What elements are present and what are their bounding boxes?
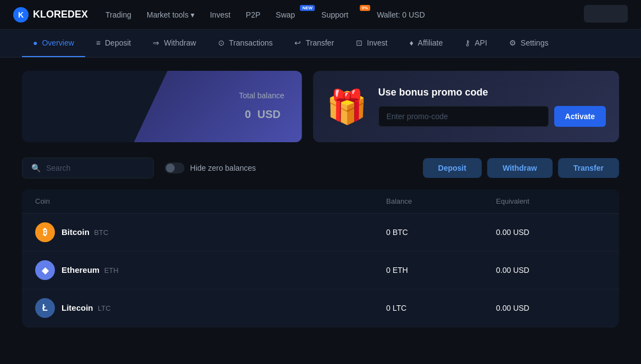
swap-badge: NEW	[300, 5, 315, 11]
tab-transfer[interactable]: ↩ Transfer	[283, 30, 345, 57]
balance-content: Total balance 0 USD	[221, 78, 302, 135]
invest-icon: ⊡	[356, 38, 363, 47]
settings-icon: ⚙	[509, 38, 516, 47]
transfer-icon: ↩	[294, 38, 301, 47]
promo-input[interactable]	[378, 106, 549, 127]
table-row[interactable]: Ł Litecoin LTC 0 LTC 0.00 USD	[22, 289, 619, 327]
promo-input-row: Activate	[378, 106, 606, 127]
table-row[interactable]: ◆ Ethereum ETH 0 ETH 0.00 USD	[22, 251, 619, 289]
btc-balance: 0 BTC	[386, 228, 496, 237]
nav-item-market-tools[interactable]: Market tools ▾	[147, 2, 194, 28]
balance-card: Total balance 0 USD	[22, 71, 302, 142]
search-icon: 🔍	[31, 164, 41, 172]
tab-deposit[interactable]: ≡ Deposit	[85, 30, 142, 57]
promo-title: Use bonus promo code	[378, 87, 606, 98]
nav-item-invest[interactable]: Invest	[210, 2, 230, 28]
tab-affiliate[interactable]: ♦ Affiliate	[398, 30, 454, 57]
toggle-knob	[166, 164, 175, 172]
toggle-label: Hide zero balances	[190, 164, 256, 172]
eth-balance: 0 ETH	[386, 266, 496, 275]
search-input[interactable]	[46, 164, 144, 172]
balance-value: 0	[245, 108, 251, 120]
table-row[interactable]: ₿ Bitcoin BTC 0 BTC 0.00 USD	[22, 214, 619, 251]
logo[interactable]: K KLOREDEX	[13, 7, 88, 23]
navbar: K KLOREDEX Trading Market tools ▾ Invest…	[0, 0, 641, 30]
theme-toggle-button[interactable]	[584, 5, 628, 23]
table-header: Coin Balance Equivalent	[22, 189, 619, 214]
nav-item-support[interactable]: Support 0%	[321, 2, 361, 28]
filters-row: 🔍 Hide zero balances Deposit Withdraw Tr…	[22, 158, 619, 178]
promo-content: Use bonus promo code Activate	[378, 87, 606, 127]
tab-settings[interactable]: ⚙ Settings	[498, 30, 560, 57]
btc-equivalent: 0.00 USD	[496, 228, 606, 237]
nav-item-wallet[interactable]: Wallet: 0 USD	[377, 2, 425, 28]
withdraw-button[interactable]: Withdraw	[487, 158, 553, 178]
eth-equivalent: 0.00 USD	[496, 266, 606, 275]
nav-items: Trading Market tools ▾ Invest P2P Swap N…	[105, 2, 566, 28]
tab-api[interactable]: ⚷ API	[454, 30, 498, 57]
api-icon: ⚷	[465, 38, 470, 47]
nav-item-swap[interactable]: Swap NEW	[276, 2, 306, 28]
gift-icon: 🎁	[326, 87, 367, 126]
cards-row: Total balance 0 USD 🎁 Use bonus promo co…	[22, 71, 619, 142]
affiliate-icon: ♦	[409, 38, 413, 47]
nav-right	[584, 5, 628, 25]
promo-card: 🎁 Use bonus promo code Activate	[313, 71, 620, 142]
ltc-logo: Ł	[35, 298, 55, 318]
withdraw-icon: ⇒	[153, 38, 159, 47]
main-content: Total balance 0 USD 🎁 Use bonus promo co…	[0, 58, 641, 340]
btc-logo: ₿	[35, 222, 55, 242]
overview-icon: ●	[33, 38, 37, 47]
tab-transactions-label: Transactions	[229, 38, 273, 47]
col-equivalent: Equivalent	[496, 197, 606, 205]
action-buttons: Deposit Withdraw Transfer	[423, 158, 619, 178]
col-balance: Balance	[386, 197, 496, 205]
balance-currency: USD	[258, 108, 281, 120]
nav-item-trading[interactable]: Trading	[105, 2, 131, 28]
tab-overview[interactable]: ● Overview	[22, 30, 85, 57]
activate-button[interactable]: Activate	[554, 106, 606, 127]
coin-cell-btc: ₿ Bitcoin BTC	[35, 222, 386, 242]
tab-transfer-label: Transfer	[305, 38, 334, 47]
coin-name-btc: Bitcoin BTC	[62, 227, 108, 237]
transactions-icon: ⊙	[218, 38, 225, 47]
transfer-button[interactable]: Transfer	[558, 158, 619, 178]
chevron-down-icon: ▾	[191, 10, 194, 19]
ltc-balance: 0 LTC	[386, 304, 496, 312]
toggle-row: Hide zero balances	[165, 163, 256, 173]
balance-label: Total balance	[239, 91, 285, 100]
tabs-bar: ● Overview ≡ Deposit ⇒ Withdraw ⊙ Transa…	[0, 30, 641, 58]
coin-cell-eth: ◆ Ethereum ETH	[35, 260, 386, 280]
deposit-button[interactable]: Deposit	[423, 158, 482, 178]
logo-icon: K	[13, 7, 29, 23]
tab-transactions[interactable]: ⊙ Transactions	[207, 30, 284, 57]
tab-deposit-label: Deposit	[105, 38, 131, 47]
logo-text: KLOREDEX	[33, 9, 88, 20]
coin-name-ltc: Litecoin LTC	[62, 303, 111, 313]
search-box: 🔍	[22, 158, 154, 178]
hide-zero-toggle[interactable]	[165, 163, 185, 173]
support-badge: 0%	[360, 5, 371, 11]
tab-affiliate-label: Affiliate	[418, 38, 443, 47]
col-coin: Coin	[35, 197, 386, 205]
tab-withdraw[interactable]: ⇒ Withdraw	[142, 30, 207, 57]
tab-overview-label: Overview	[42, 38, 74, 47]
tab-invest-label: Invest	[367, 38, 387, 47]
tab-withdraw-label: Withdraw	[164, 38, 196, 47]
eth-logo: ◆	[35, 260, 55, 280]
coins-table: Coin Balance Equivalent ₿ Bitcoin BTC 0 …	[22, 189, 619, 327]
coin-cell-ltc: Ł Litecoin LTC	[35, 298, 386, 318]
nav-item-p2p[interactable]: P2P	[246, 2, 260, 28]
tab-api-label: API	[475, 38, 487, 47]
ltc-equivalent: 0.00 USD	[496, 304, 606, 312]
tab-invest[interactable]: ⊡ Invest	[345, 30, 398, 57]
tab-settings-label: Settings	[521, 38, 549, 47]
deposit-icon: ≡	[96, 38, 101, 47]
balance-amount: 0 USD	[239, 104, 285, 122]
coin-name-eth: Ethereum ETH	[62, 265, 119, 275]
